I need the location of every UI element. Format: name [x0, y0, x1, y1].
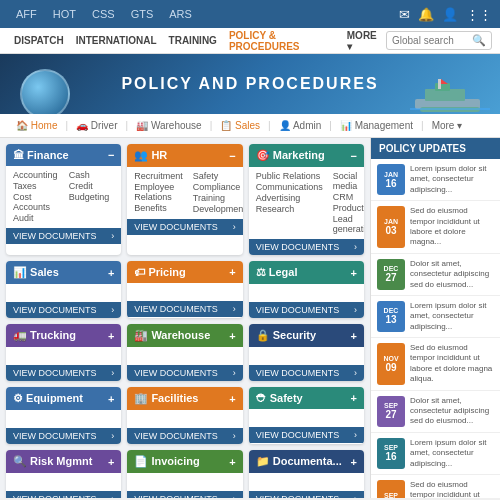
update-item: Nov 09 Sed do eiusmod tempor incididunt …: [371, 338, 500, 391]
card-toggle-equipment[interactable]: +: [108, 393, 114, 405]
card-toggle-security[interactable]: +: [351, 330, 357, 342]
top-nav-item-hot[interactable]: HOT: [45, 8, 84, 20]
card-header-legal: ⚖ Legal +: [249, 261, 364, 284]
card-footer-documentation[interactable]: VIEW DOCUMENTS ›: [249, 491, 364, 498]
breadcrumb-warehouse[interactable]: 🏭 Warehouse: [130, 118, 208, 133]
svg-rect-2: [435, 83, 450, 91]
card-footer-hr[interactable]: VIEW DOCUMENTS ›: [127, 219, 242, 235]
card-header-trucking: 🚛 Trucking +: [6, 324, 121, 347]
breadcrumb-admin[interactable]: 👤 Admin: [273, 118, 328, 133]
arrow-icon-sales: ›: [111, 305, 114, 315]
card-riskmgmt: 🔍 Risk Mgmnt + VIEW DOCUMENTS ›: [6, 450, 121, 498]
arrow-icon-warehouse: ›: [233, 368, 236, 378]
sec-nav-policy[interactable]: POLICY & PROCEDURES: [223, 30, 341, 52]
card-header-marketing: 🎯 Marketing −: [249, 144, 364, 167]
card-toggle-trucking[interactable]: +: [108, 330, 114, 342]
top-nav-item-ars[interactable]: ARS: [161, 8, 200, 20]
update-text: Sed do eiusmod tempor incididunt ut labo…: [410, 480, 494, 498]
top-nav-item-aff[interactable]: AFF: [8, 8, 45, 20]
card-footer-pricing[interactable]: VIEW DOCUMENTS ›: [127, 301, 242, 317]
top-nav: AFF HOT CSS GTS ARS ✉ 🔔 👤 ⋮⋮: [0, 0, 500, 28]
card-header-hr: 👥 HR −: [127, 144, 242, 167]
breadcrumb-home[interactable]: 🏠 Home: [10, 118, 63, 133]
arrow-icon-hr: ›: [233, 222, 236, 232]
card-toggle-warehouse[interactable]: +: [229, 330, 235, 342]
card-footer-warehouse[interactable]: VIEW DOCUMENTS ›: [127, 365, 242, 381]
card-toggle-facilities[interactable]: +: [229, 393, 235, 405]
card-toggle-documentation[interactable]: +: [351, 456, 357, 468]
card-footer-sales[interactable]: VIEW DOCUMENTS ›: [6, 302, 121, 318]
card-icon-trucking: 🚛 Trucking: [13, 329, 76, 342]
card-header-documentation: 📁 Documenta... +: [249, 450, 364, 473]
card-header-warehouse: 🏭 Warehouse +: [127, 324, 242, 347]
card-footer-security[interactable]: VIEW DOCUMENTS ›: [249, 365, 364, 381]
top-nav-item-gts[interactable]: GTS: [123, 8, 162, 20]
update-text: Lorem ipsum dolor sit amet, consectetur …: [410, 164, 494, 195]
user-icon[interactable]: 👤: [442, 7, 458, 22]
card-header-riskmgmt: 🔍 Risk Mgmnt +: [6, 450, 121, 473]
update-item: Sep 03 Sed do eiusmod tempor incididunt …: [371, 475, 500, 498]
arrow-icon-riskmgmt: ›: [111, 494, 114, 498]
content-area: 🏛 Finance − AccountingTaxesCost Accounts…: [0, 138, 370, 498]
search-input[interactable]: [392, 35, 472, 46]
card-toggle-hr[interactable]: −: [229, 150, 235, 162]
card-footer-legal[interactable]: VIEW DOCUMENTS ›: [249, 302, 364, 318]
card-footer-safety[interactable]: VIEW DOCUMENTS ›: [249, 427, 364, 443]
view-docs-label-trucking: VIEW DOCUMENTS: [13, 368, 97, 378]
sec-nav-dispatch[interactable]: DISPATCH: [8, 35, 70, 46]
update-item: Dec 27 Dolor sit amet, consectetur adipi…: [371, 254, 500, 296]
card-toggle-pricing[interactable]: +: [229, 266, 235, 278]
breadcrumb-driver[interactable]: 🚗 Driver: [70, 118, 123, 133]
card-footer-equipment[interactable]: VIEW DOCUMENTS ›: [6, 428, 121, 444]
view-docs-label-documentation: VIEW DOCUMENTS: [256, 494, 340, 498]
arrow-icon-trucking: ›: [111, 368, 114, 378]
card-toggle-invoicing[interactable]: +: [229, 456, 235, 468]
update-item: Jan 03 Sed do eiusmod tempor incididunt …: [371, 201, 500, 254]
card-footer-finance[interactable]: VIEW DOCUMENTS ›: [6, 228, 121, 244]
card-footer-marketing[interactable]: VIEW DOCUMENTS ›: [249, 239, 364, 255]
card-icon-sales: 📊 Sales: [13, 266, 59, 279]
cards-grid: 🏛 Finance − AccountingTaxesCost Accounts…: [6, 144, 364, 498]
svg-rect-4: [438, 79, 441, 89]
grid-icon[interactable]: ⋮⋮: [466, 7, 492, 22]
policy-sidebar: POLICY UPDATES Jan 16 Lorem ipsum dolor …: [370, 138, 500, 498]
ship-icon: [410, 79, 490, 114]
arrow-icon-facilities: ›: [233, 431, 236, 441]
card-documentation: 📁 Documenta... + VIEW DOCUMENTS ›: [249, 450, 364, 498]
update-item: Jan 16 Lorem ipsum dolor sit amet, conse…: [371, 159, 500, 201]
search-box: 🔍: [386, 31, 492, 50]
card-toggle-legal[interactable]: +: [351, 267, 357, 279]
card-footer-trucking[interactable]: VIEW DOCUMENTS ›: [6, 365, 121, 381]
card-toggle-finance[interactable]: −: [108, 149, 114, 161]
arrow-icon-marketing: ›: [354, 242, 357, 252]
card-toggle-riskmgmt[interactable]: +: [108, 456, 114, 468]
breadcrumb-sales[interactable]: 📋 Sales: [214, 118, 266, 133]
breadcrumb-more[interactable]: More ▾: [426, 118, 469, 133]
card-header-equipment: ⚙ Equipment +: [6, 387, 121, 410]
breadcrumb-management[interactable]: 📊 Management: [334, 118, 419, 133]
card-footer-facilities[interactable]: VIEW DOCUMENTS ›: [127, 428, 242, 444]
mail-icon[interactable]: ✉: [399, 7, 410, 22]
top-nav-item-css[interactable]: CSS: [84, 8, 123, 20]
view-docs-label-warehouse: VIEW DOCUMENTS: [134, 368, 218, 378]
update-date: Dec 13: [377, 301, 405, 332]
card-toggle-marketing[interactable]: −: [351, 150, 357, 162]
sec-nav-more[interactable]: MORE ▾: [341, 30, 386, 52]
bell-icon[interactable]: 🔔: [418, 7, 434, 22]
card-footer-riskmgmt[interactable]: VIEW DOCUMENTS ›: [6, 491, 121, 498]
view-docs-label-safety: VIEW DOCUMENTS: [256, 430, 340, 440]
sec-nav-international[interactable]: INTERNATIONAL: [70, 35, 163, 46]
search-icon[interactable]: 🔍: [472, 34, 486, 47]
card-toggle-safety[interactable]: +: [351, 392, 357, 404]
secondary-nav: DISPATCH INTERNATIONAL TRAINING POLICY &…: [0, 28, 500, 54]
card-toggle-sales[interactable]: +: [108, 267, 114, 279]
hero-banner: POLICY AND PROCEDURES: [0, 54, 500, 114]
update-item: Dec 13 Lorem ipsum dolor sit amet, conse…: [371, 296, 500, 338]
view-docs-label-legal: VIEW DOCUMENTS: [256, 305, 340, 315]
card-footer-invoicing[interactable]: VIEW DOCUMENTS ›: [127, 491, 242, 498]
card-header-facilities: 🏢 Facilities +: [127, 387, 242, 410]
sec-nav-training[interactable]: TRAINING: [163, 35, 223, 46]
arrow-icon-finance: ›: [111, 231, 114, 241]
view-docs-label-security: VIEW DOCUMENTS: [256, 368, 340, 378]
card-header-invoicing: 📄 Invoicing +: [127, 450, 242, 473]
